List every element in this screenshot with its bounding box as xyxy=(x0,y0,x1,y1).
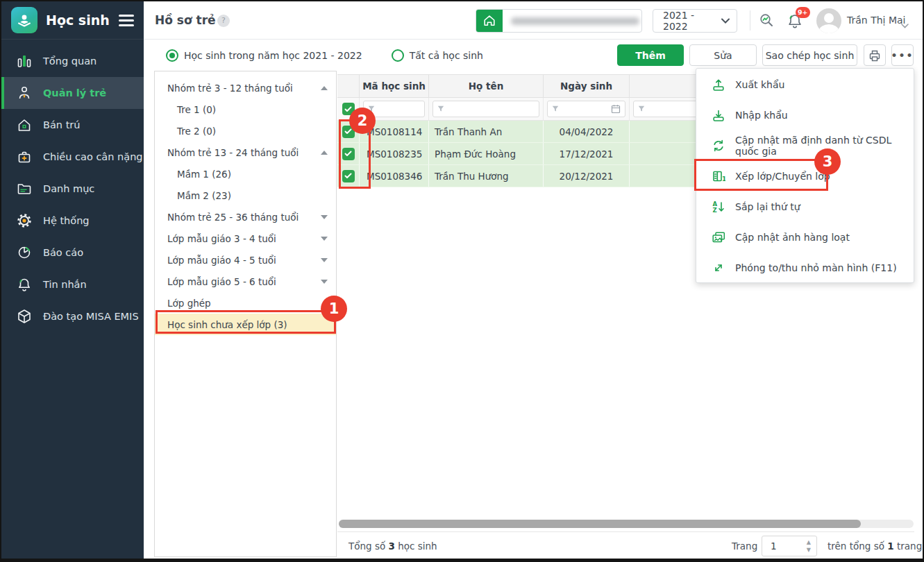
page-label: Trang xyxy=(732,536,757,556)
stepper-arrows[interactable]: ▲▼ xyxy=(807,538,811,554)
select-all-checkbox[interactable] xyxy=(342,103,355,115)
calendar-icon[interactable] xyxy=(611,104,621,114)
search-analytics-icon[interactable] xyxy=(758,12,776,30)
radio-all-students-label[interactable]: Tất cả học sinh xyxy=(410,50,483,61)
page-number-stepper[interactable]: ▲▼ xyxy=(762,536,817,556)
printer-icon xyxy=(868,49,882,62)
row-checkbox[interactable] xyxy=(342,126,355,138)
cell-code: MS0108114 xyxy=(360,121,429,142)
tree-group[interactable]: Nhóm trẻ 25 - 36 tháng tuổi xyxy=(155,206,336,228)
menu-item-reorder[interactable]: AZ Sắp lại thứ tự xyxy=(696,191,914,222)
system-icon xyxy=(15,212,33,230)
height-weight-icon xyxy=(15,148,33,166)
training-icon xyxy=(15,307,33,325)
sidebar-item-system[interactable]: Hệ thống xyxy=(1,205,144,237)
school-year-select[interactable]: 2021 - 2022 xyxy=(653,9,737,33)
tree-group[interactable]: Nhóm trẻ 3 - 12 tháng tuổi xyxy=(155,77,336,99)
filter-funnel-icon xyxy=(437,105,444,112)
more-actions-button[interactable]: ••• xyxy=(891,44,914,66)
filter-funnel-icon xyxy=(638,105,645,112)
svg-text:A: A xyxy=(713,201,718,207)
export-icon xyxy=(712,78,725,92)
sidebar-item-training[interactable]: Đào tạo MISA EMIS xyxy=(1,300,144,332)
school-selector[interactable] xyxy=(476,9,642,33)
expand-icon[interactable] xyxy=(321,237,328,241)
menu-item-fullscreen[interactable]: Phóng to/thu nhỏ màn hình (F11) xyxy=(696,253,914,283)
sort-az-icon: AZ xyxy=(712,200,725,214)
sidebar-item-message[interactable]: Tin nhắn xyxy=(1,269,144,300)
column-header-dob[interactable]: Ngày sinh xyxy=(544,75,630,97)
row-checkbox[interactable] xyxy=(342,148,355,160)
row-checkbox[interactable] xyxy=(342,170,355,182)
print-button[interactable] xyxy=(864,44,886,66)
menu-item-sync-national-id[interactable]: Cập nhật mã định danh từ CSDL quốc gia xyxy=(696,130,914,161)
sidebar-nav: Tổng quan Quản lý trẻ Bán trú Chiều cao … xyxy=(1,40,144,332)
cell-dob: 20/12/2021 xyxy=(544,165,630,187)
filter-input-dob[interactable] xyxy=(547,101,625,117)
edit-button[interactable]: Sửa xyxy=(689,44,757,66)
collapse-icon[interactable] xyxy=(321,86,328,90)
filter-input-name[interactable] xyxy=(432,101,539,117)
column-header-name[interactable]: Họ tên xyxy=(429,75,544,97)
sidebar-item-label: Bán trú xyxy=(43,119,80,130)
tree-group[interactable]: Lớp ghép xyxy=(155,292,336,314)
children-icon xyxy=(15,84,33,102)
tree-class[interactable]: Tre 2 (0) xyxy=(155,120,336,142)
report-icon xyxy=(15,244,33,262)
tree-group[interactable]: Nhóm trẻ 13 - 24 tháng tuổi xyxy=(155,142,336,163)
expand-icon[interactable] xyxy=(321,215,328,219)
menu-item-assign-class[interactable]: 1 Xếp lớp/Chuyển lớp xyxy=(696,161,914,191)
sidebar-item-height-weight[interactable]: Chiều cao cân nặng xyxy=(1,141,144,173)
chevron-down-icon xyxy=(721,18,730,24)
radio-all-students[interactable] xyxy=(392,49,404,62)
filter-input-code[interactable] xyxy=(363,101,425,117)
select-all-header-cell xyxy=(337,75,360,97)
radio-students-in-year[interactable] xyxy=(166,49,178,62)
sidebar-item-report[interactable]: Báo cáo xyxy=(1,237,144,269)
expand-icon[interactable] xyxy=(321,258,328,262)
user-name[interactable]: Trần Thị Mai xyxy=(847,1,905,40)
tree-item-unassigned-students[interactable]: Học sinh chưa xếp lớp (3) xyxy=(155,314,336,335)
copy-student-button[interactable]: Sao chép học sinh xyxy=(762,44,857,66)
collapse-icon[interactable] xyxy=(321,151,328,155)
menu-item-export[interactable]: Xuất khẩu xyxy=(696,69,914,100)
total-pages-value: 1 xyxy=(887,540,893,552)
total-pages-text: trên tổng số 1 trang xyxy=(828,536,922,556)
app-title: Học sinh xyxy=(46,12,119,28)
expand-icon[interactable] xyxy=(321,280,328,284)
page-title: Hồ sơ trẻ xyxy=(155,1,216,40)
user-avatar[interactable] xyxy=(816,8,841,33)
cell-name: Trần Thanh An xyxy=(429,121,544,142)
menu-toggle-icon[interactable] xyxy=(119,12,134,29)
filter-funnel-icon xyxy=(552,105,559,112)
tree-class[interactable]: Mầm 1 (26) xyxy=(155,163,336,185)
sidebar-item-children[interactable]: Quản lý trẻ xyxy=(1,77,144,109)
sidebar-item-boarding[interactable]: Bán trú xyxy=(1,109,144,141)
user-chevron-down-icon[interactable] xyxy=(901,18,909,31)
page-number-input[interactable] xyxy=(762,536,803,556)
sidebar-item-overview[interactable]: Tổng quan xyxy=(1,45,144,77)
sidebar-item-label: Hệ thống xyxy=(43,215,90,226)
tree-class[interactable]: Tre 1 (0) xyxy=(155,99,336,120)
add-button[interactable]: Thêm xyxy=(617,44,684,66)
tree-class[interactable]: Mầm 2 (23) xyxy=(155,185,336,206)
sidebar-item-label: Đào tạo MISA EMIS xyxy=(43,311,139,322)
sidebar-item-label: Danh mục xyxy=(43,183,94,194)
cell-code: MS0108346 xyxy=(360,165,429,187)
menu-item-batch-photos[interactable]: Cập nhật ảnh hàng loạt xyxy=(696,222,914,253)
tree-group[interactable]: Lớp mẫu giáo 5 - 6 tuổi xyxy=(155,271,336,292)
tree-group[interactable]: Lớp mẫu giáo 3 - 4 tuổi xyxy=(155,228,336,249)
boarding-icon xyxy=(15,116,33,134)
notifications-bell-icon[interactable]: 9+ xyxy=(786,12,804,30)
assign-class-icon: 1 xyxy=(712,169,725,183)
radio-students-in-year-label[interactable]: Học sinh trong năm học 2021 - 2022 xyxy=(184,50,362,61)
help-icon[interactable]: ? xyxy=(217,15,230,27)
menu-item-import[interactable]: Nhập khẩu xyxy=(696,100,914,130)
sidebar: Học sinh Tổng quan Quản lý trẻ Bán trú C… xyxy=(1,1,144,559)
column-header-code[interactable]: Mã học sinh xyxy=(360,75,429,97)
tree-group[interactable]: Lớp mẫu giáo 4 - 5 tuổi xyxy=(155,249,336,271)
sidebar-item-category[interactable]: Danh mục xyxy=(1,173,144,205)
batch-photo-icon xyxy=(712,230,725,244)
scrollbar-thumb[interactable] xyxy=(339,520,861,528)
horizontal-scrollbar[interactable] xyxy=(339,520,914,528)
